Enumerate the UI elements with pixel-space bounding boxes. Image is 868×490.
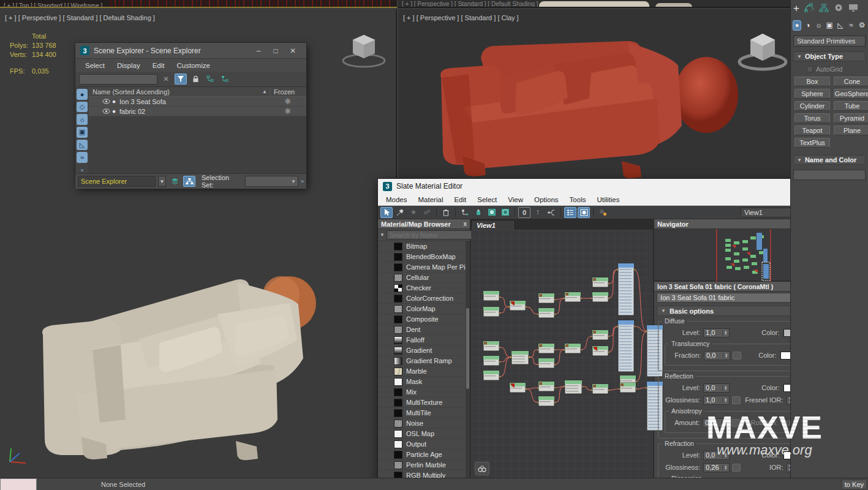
list-item[interactable]: ColorMap	[378, 304, 470, 314]
slate-titlebar[interactable]: 3 Slate Material Editor – □ ✕	[378, 179, 848, 194]
diffuse-level-spinner[interactable]: 1,0▲▼	[703, 328, 729, 337]
primitive-button-pyramid[interactable]: Pyramid	[834, 113, 868, 123]
amount-map-button[interactable]	[731, 419, 740, 427]
category-lights-icon[interactable]: ☼	[815, 20, 823, 31]
list-item[interactable]: Noise	[378, 418, 470, 429]
expand-tree-icon[interactable]	[219, 74, 231, 85]
reflection-level-spinner[interactable]: 0,0▲▼	[703, 383, 729, 393]
list-header[interactable]: Name (Sorted Ascending) ▲ Frozen	[89, 87, 306, 97]
close-icon[interactable]: ✕	[284, 47, 301, 55]
map-node[interactable]	[592, 277, 608, 287]
list-item[interactable]: OSL Map	[378, 429, 470, 439]
amount-spinner[interactable]: 0,0▲▼	[703, 418, 728, 428]
viewport-top-wireframe-sliver[interactable]: [ + ] [ Top ] [ Standard ] [ Wireframe ]	[0, 0, 397, 8]
category-geometry-icon[interactable]: ●	[793, 20, 801, 31]
primitive-button-plane[interactable]: Plane	[834, 126, 868, 135]
map-node[interactable]	[565, 292, 581, 302]
hide-unused-slots-icon[interactable]	[564, 207, 576, 218]
list-item[interactable]: BlendedBoxMap	[378, 252, 470, 262]
map-node[interactable]	[511, 351, 529, 364]
find-node-button[interactable]	[475, 462, 489, 475]
list-item[interactable]: Camera Map Per Pixel	[378, 262, 470, 273]
pick-material-icon[interactable]	[394, 207, 406, 218]
reflection-gloss-spinner[interactable]: 1,0▲▼	[703, 396, 729, 405]
category-helpers-icon[interactable]: ◺	[836, 20, 845, 31]
map-node[interactable]	[538, 382, 554, 391]
maxscript-mini-listener[interactable]	[0, 478, 37, 490]
viewport-top-label[interactable]: [ + ] [ Top ] [ Standard ] [ Wireframe ]	[4, 2, 102, 8]
fraction-map-button[interactable]	[733, 352, 741, 360]
footer-overflow-icon[interactable]: »	[301, 178, 304, 184]
list-item[interactable]: Particle Age	[378, 450, 470, 460]
node-name[interactable]: Ion 3 Seat Sofa	[116, 98, 270, 105]
viewport-left-label[interactable]: [ + ] [ Perspective ] [ Standard ] [ Def…	[5, 14, 155, 21]
primitive-button-textplus[interactable]: TextPlus	[794, 138, 830, 148]
clear-search-icon[interactable]: ✕	[160, 74, 172, 85]
map-node[interactable]	[592, 292, 608, 302]
list-item[interactable]: Output	[378, 439, 470, 450]
browser-options-icon[interactable]: ▼	[380, 232, 385, 238]
list-item[interactable]: Marble	[378, 366, 470, 377]
list-item[interactable]: Gradient	[378, 345, 470, 356]
layout-children-icon[interactable]	[545, 207, 557, 218]
browser-close-icon[interactable]: x	[463, 221, 467, 227]
selection-set-combo[interactable]: ▼	[245, 176, 298, 187]
refraction-level-spinner[interactable]: 0,0▲▼	[703, 451, 729, 460]
slate-menu-options[interactable]: Options	[529, 195, 564, 205]
show-map-viewport-icon[interactable]	[486, 207, 498, 218]
slate-menu-utilities[interactable]: Utilities	[591, 195, 625, 205]
map-node[interactable]	[538, 308, 554, 318]
category-spacewarps-icon[interactable]: ≈	[847, 20, 856, 31]
get-material-icon[interactable]: ☍	[421, 207, 433, 218]
column-name[interactable]: Name (Sorted Ascending)	[89, 88, 262, 96]
table-row[interactable]: ●Ion 3 Seat Sofa✱	[89, 97, 306, 107]
list-item[interactable]: ColorCorrection	[378, 293, 470, 304]
frozen-icon[interactable]: ✱	[270, 99, 306, 105]
slate-menu-tools[interactable]: Tools	[564, 195, 592, 205]
reflection-gloss-map-button[interactable]	[732, 396, 741, 404]
tab-create-icon[interactable]: +	[793, 2, 799, 15]
autogrid-checkbox[interactable]	[807, 66, 813, 72]
tab-motion-icon[interactable]	[834, 3, 843, 14]
explorer-name-combo[interactable]: Scene Explorer	[78, 176, 156, 187]
viewcube-left[interactable]	[336, 29, 392, 73]
delete-icon[interactable]	[440, 207, 452, 218]
layers-icon[interactable]	[168, 176, 181, 187]
map-node[interactable]	[510, 301, 526, 311]
display-lights-icon[interactable]: ☼	[77, 114, 88, 125]
viewport-right-label[interactable]: [ + ] [ Perspective ] [ Standard ] [ Cla…	[403, 14, 519, 21]
browser-header[interactable]: Material/Map Browser x	[378, 219, 470, 229]
viewcube-right[interactable]	[732, 28, 790, 77]
map-node[interactable]	[483, 307, 499, 317]
map-node[interactable]	[483, 371, 499, 380]
select-tool-icon[interactable]	[380, 207, 393, 218]
primitive-button-cone[interactable]: Cone	[834, 77, 868, 86]
display-helpers-icon[interactable]: ◺	[77, 140, 88, 151]
se-menu-customize[interactable]: Customize	[171, 61, 216, 70]
list-item[interactable]: Bitmap	[378, 241, 470, 252]
map-node[interactable]	[565, 344, 581, 353]
slate-menu-view[interactable]: View	[502, 195, 529, 205]
list-item[interactable]: Mask	[378, 377, 470, 387]
show-background-icon[interactable]: 0	[518, 207, 530, 218]
tab-display-icon[interactable]	[848, 4, 858, 14]
tab-view1[interactable]: View1	[471, 220, 515, 230]
assign-material-icon[interactable]	[459, 207, 471, 218]
put-to-library-icon[interactable]: ★	[407, 207, 420, 218]
browser-search-input[interactable]	[387, 230, 475, 239]
assign-to-selection-icon[interactable]	[472, 207, 485, 218]
primitive-button-geosphere[interactable]: GeoSphere	[834, 89, 868, 99]
display-shapes-icon[interactable]: ◇	[77, 102, 88, 113]
list-item[interactable]: Perlin Marble	[378, 460, 470, 470]
primitive-button-torus[interactable]: Torus	[794, 113, 830, 123]
map-node[interactable]	[538, 358, 554, 368]
browser-scrollbar[interactable]	[466, 241, 470, 479]
tab-modify-icon[interactable]	[804, 3, 814, 14]
explorer-combo-dropdown-icon[interactable]: ▼	[158, 176, 167, 187]
minimize-icon[interactable]: –	[250, 47, 267, 55]
se-menu-select[interactable]: Select	[79, 61, 111, 70]
map-node[interactable]	[510, 383, 526, 393]
list-item[interactable]: Composite	[378, 314, 470, 325]
map-node[interactable]	[538, 293, 554, 303]
viewport-topright-label[interactable]: [ + ] [ Perspective ] [ Standard ] [ Def…	[402, 1, 538, 7]
